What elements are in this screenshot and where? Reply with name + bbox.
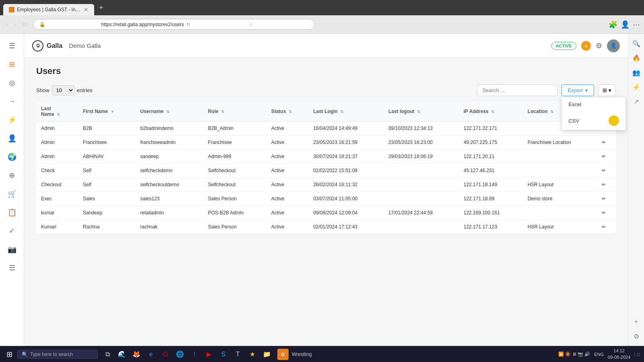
sidebar-icon-store[interactable]: ◎: [4, 75, 20, 91]
user-avatar[interactable]: 👤: [607, 39, 620, 52]
cell-location: [523, 206, 597, 220]
profile-icon[interactable]: 👤: [621, 20, 630, 29]
tab-close-icon[interactable]: ✕: [84, 6, 89, 13]
col-status[interactable]: Status ⇅: [266, 102, 308, 121]
address-url[interactable]: https://retail.galla.app/mystorev2/users: [101, 22, 184, 27]
cell-edit[interactable]: ✏: [597, 206, 616, 220]
reload-button[interactable]: ↻: [20, 20, 30, 29]
taskbar-fb-icon[interactable]: f: [189, 349, 200, 360]
sidebar-icon-dashboard[interactable]: ⊞: [4, 56, 20, 72]
cell-username: selfcheckoutdemo: [135, 178, 203, 192]
taskbar-edge-icon[interactable]: 🌊: [116, 349, 128, 360]
cell-edit[interactable]: ✏: [597, 220, 616, 234]
cell-username: sandeep: [135, 150, 203, 164]
col-first-name[interactable]: First Name ▼: [78, 102, 135, 121]
cell-location: Franchisee Location: [523, 136, 597, 150]
sidebar-icon-plus-circle[interactable]: ⊕: [4, 167, 20, 183]
cell-status: Active: [266, 206, 308, 220]
export-csv-option[interactable]: CSV: [562, 111, 625, 130]
cell-username: retailadmin: [135, 206, 203, 220]
cell-first-name: Self: [78, 178, 135, 192]
cell-last-name: Check: [36, 164, 78, 178]
taskbar-search-box[interactable]: 🔍 Type here to search: [17, 350, 98, 359]
new-tab-button[interactable]: +: [96, 2, 107, 14]
cell-last-logout: 23/05/2023 16:23:00: [384, 136, 459, 150]
col-ip-address[interactable]: IP Address ⇅: [459, 102, 523, 121]
sidebar-icon-menu[interactable]: ☰: [4, 38, 20, 54]
taskbar-notify-icons[interactable]: 🔼 🔕 🖥 📷 🔊: [558, 352, 590, 357]
sidebar-icon-globe[interactable]: 🌍: [4, 149, 20, 165]
taskbar-galla-icon[interactable]: G: [277, 349, 289, 360]
browser-tab[interactable]: Employees | Galla GST - Inventor... ✕: [3, 4, 94, 15]
taskbar-task-view[interactable]: ⧉: [102, 349, 113, 360]
sidebar-icon-arrow[interactable]: →: [4, 93, 20, 109]
table-row: Admin B2B b2badmindemo B2B_Admin Active …: [36, 121, 616, 136]
cell-last-logout: 09/10/2023 12:34:13: [384, 121, 459, 136]
taskbar-teams-icon[interactable]: T: [232, 349, 244, 360]
right-lightning-icon[interactable]: ⚡: [631, 81, 642, 93]
start-button[interactable]: ⊞: [4, 349, 15, 360]
grid-view-button[interactable]: ⊞ ▾: [598, 84, 616, 96]
notification-dot[interactable]: ●: [581, 41, 591, 51]
taskbar-yt-icon[interactable]: ▶: [203, 349, 215, 360]
cell-last-login: 03/07/2024 11:05:00: [308, 192, 384, 206]
right-settings-icon[interactable]: ⚙: [631, 331, 642, 342]
export-excel-option[interactable]: Excel: [562, 97, 625, 111]
forward-button[interactable]: ›: [12, 20, 19, 29]
cell-edit[interactable]: ✏: [597, 150, 616, 164]
taskbar-firefox-icon[interactable]: 🦊: [131, 349, 142, 360]
taskbar-skype-icon[interactable]: S: [218, 349, 229, 360]
sidebar-icon-cart[interactable]: 🛒: [4, 186, 20, 202]
cell-last-name: Checkout: [36, 178, 78, 192]
right-search-icon[interactable]: 🔍: [631, 38, 642, 49]
cell-ip-address: 45.127.46.231: [459, 164, 523, 178]
right-users-icon[interactable]: 👥: [631, 67, 642, 78]
export-button[interactable]: Export ▾: [561, 84, 594, 96]
entries-select[interactable]: 10 25 50 100: [52, 85, 74, 95]
extensions-icon[interactable]: 🧩: [609, 20, 617, 29]
entries-label: entries: [77, 87, 93, 93]
sidebar-icon-list[interactable]: ☰: [4, 260, 20, 276]
cell-ip-address: 122.171.22.171: [459, 121, 523, 136]
col-last-logout[interactable]: Last logout ⇅: [384, 102, 459, 121]
cell-role: Selfcheckout: [203, 164, 266, 178]
taskbar-lang: ENG: [594, 352, 604, 357]
excel-label: Excel: [568, 101, 581, 107]
sidebar-icon-camera[interactable]: 📷: [4, 241, 20, 257]
cell-edit[interactable]: ✏: [597, 178, 616, 192]
search-input[interactable]: [477, 84, 557, 96]
cell-last-login: 26/02/2024 16:11:32: [308, 178, 384, 192]
right-fire-icon[interactable]: 🔥: [631, 52, 642, 64]
bookmark-icon[interactable]: ☆: [249, 22, 309, 27]
taskbar-show-desktop[interactable]: □: [634, 352, 640, 357]
col-last-name[interactable]: LastName ⇅: [36, 102, 78, 121]
cell-role: Sales Person: [203, 220, 266, 234]
taskbar-opera-icon[interactable]: O: [160, 349, 171, 360]
cell-edit[interactable]: ✏: [597, 192, 616, 206]
more-icon[interactable]: ⋯: [633, 20, 640, 29]
gear-icon[interactable]: ⚙: [596, 41, 602, 50]
export-label: Export: [568, 87, 583, 93]
sidebar-icon-clipboard[interactable]: 📋: [4, 204, 20, 220]
taskbar-app2-icon[interactable]: ★: [247, 349, 258, 360]
cell-location: [523, 150, 597, 164]
col-username[interactable]: Username ⇅: [135, 102, 203, 121]
cell-edit[interactable]: ✏: [597, 164, 616, 178]
back-button[interactable]: ‹: [4, 20, 11, 29]
right-arrow-icon[interactable]: ↗: [631, 96, 642, 107]
col-role[interactable]: Role ⇅: [203, 102, 266, 121]
cell-last-name: Kumari: [36, 220, 78, 234]
taskbar-chrome-icon[interactable]: 🌐: [174, 349, 186, 360]
col-last-login[interactable]: Last Login ⇅: [308, 102, 384, 121]
sidebar-icon-lightning[interactable]: ⚡: [4, 112, 20, 128]
right-plus-icon[interactable]: +: [631, 316, 642, 327]
taskbar-folder-icon[interactable]: 📁: [261, 349, 272, 360]
cell-last-logout: 29/03/2023 18:06:19: [384, 150, 459, 164]
sidebar-icon-user[interactable]: 👤: [4, 130, 20, 146]
cell-status: Active: [266, 178, 308, 192]
cell-username: selfcheckdemo: [135, 164, 203, 178]
reload-address-icon[interactable]: ↻: [186, 22, 246, 27]
sidebar-icon-check[interactable]: ✓: [4, 223, 20, 239]
cell-edit[interactable]: ✏: [597, 136, 616, 150]
taskbar-ie-icon[interactable]: e: [145, 349, 157, 360]
